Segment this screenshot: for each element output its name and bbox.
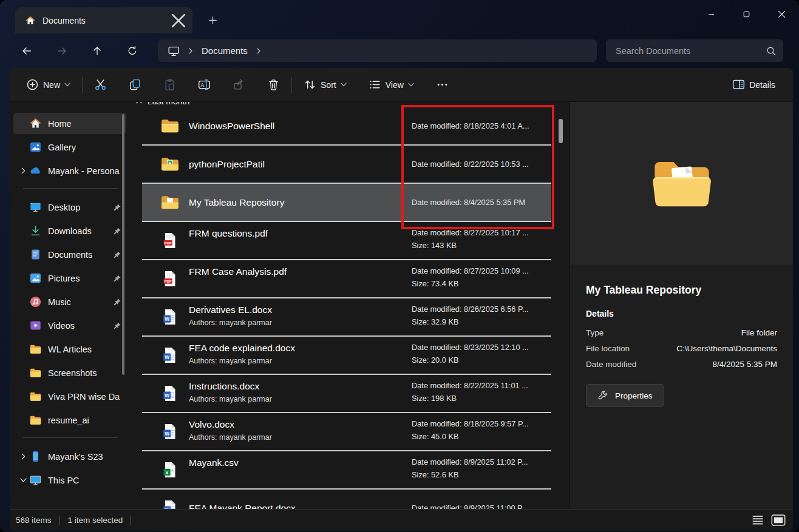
file-row-derivatives-el-docx[interactable]: WDerivatives EL.docxAuthors: mayank parm… (142, 298, 551, 337)
collapse-chevron-icon (136, 102, 142, 104)
search-box[interactable] (606, 39, 783, 62)
sidebar-item-documents[interactable]: Documents (13, 244, 126, 265)
file-row-frm-questions-pdf[interactable]: PDFFRM questions.pdfDate modified: 8/27/… (142, 222, 551, 260)
sidebar-item-mayank-s-s23[interactable]: Mayank's S23 (13, 446, 126, 467)
sidebar-item-videos[interactable]: Videos (13, 315, 126, 336)
chevron-down-icon[interactable] (17, 477, 29, 483)
sidebar-item-viva-prn-wise-da[interactable]: Viva PRN wise Da (13, 386, 126, 407)
home-icon (29, 117, 42, 130)
file-date-modified: Date modified: 8/27/2025 10:17 ... (412, 228, 551, 237)
group-header-last-month[interactable]: Last month (129, 102, 570, 107)
details-heading: Details (570, 299, 793, 325)
delete-button[interactable] (262, 74, 285, 95)
file-authors: Authors: mayank parmar (189, 318, 412, 327)
file-row-my-tableau-repository[interactable]: My Tableau RepositoryDate modified: 8/4/… (142, 184, 551, 222)
new-button[interactable]: New (21, 74, 76, 95)
copy-icon (129, 78, 141, 91)
pin-icon (113, 274, 121, 283)
word-icon: W (161, 423, 179, 440)
file-size: Size: 45.0 KB (412, 432, 551, 441)
sidebar-divider (23, 437, 118, 438)
sidebar-item-wl-articles[interactable]: WL Articles (13, 338, 126, 360)
sidebar-item-label: Screenshots (48, 368, 121, 378)
up-icon (92, 45, 103, 56)
svg-text:W: W (165, 354, 169, 360)
file-row-volvo-docx[interactable]: WVolvo.docxAuthors: mayank parmarDate mo… (142, 413, 551, 451)
file-name: Derivatives EL.docx (189, 305, 412, 315)
file-row-pythonprojectpatil[interactable]: pythonProjectPatilDate modified: 8/22/20… (142, 146, 551, 184)
sidebar-item-screenshots[interactable]: Screenshots (13, 362, 126, 383)
file-row-instructions-docx[interactable]: WInstructions.docxAuthors: mayank parmar… (142, 375, 551, 413)
breadcrumb-documents[interactable]: Documents (202, 45, 248, 56)
details-view-toggle-icon[interactable] (750, 514, 765, 526)
search-input[interactable] (614, 45, 766, 56)
sidebar-item-downloads[interactable]: Downloads (13, 220, 126, 241)
sidebar-item-mayank-persona[interactable]: Mayank - Persona (13, 160, 126, 181)
tab-close-icon[interactable] (171, 13, 186, 29)
more-options-button[interactable] (430, 74, 454, 95)
sidebar-item-resume-ai[interactable]: resume_ai (13, 409, 126, 431)
file-row-frm-case-analysis-pdf[interactable]: PDFFRM Case Analysis.pdfDate modified: 8… (142, 260, 551, 298)
share-button[interactable] (227, 74, 251, 95)
file-date-modified: Date modified: 8/4/2025 5:35 PM (412, 198, 551, 207)
more-icon (436, 78, 449, 91)
sidebar-item-this-pc[interactable]: This PC (13, 470, 126, 491)
cut-button[interactable] (89, 74, 112, 95)
large-icons-view-toggle-icon[interactable] (771, 514, 786, 526)
sidebar-item-home[interactable]: Home (13, 113, 126, 134)
file-row-fea-code-explained-docx[interactable]: WFEA code explained.docxAuthors: mayank … (142, 337, 551, 375)
view-label: View (386, 80, 404, 90)
file-row-mayank-csv[interactable]: a,XMayank.csvDate modified: 8/9/2025 11:… (142, 451, 551, 490)
sort-button[interactable]: Sort (298, 74, 352, 95)
pin-icon (113, 298, 121, 306)
file-size: Size: 198 KB (412, 394, 551, 403)
selected-count: 1 item selected (68, 516, 123, 525)
sidebar-item-label: Home (48, 119, 121, 129)
details-row-label: Type (586, 328, 604, 337)
downloads-icon (29, 224, 42, 237)
chevron-right-icon[interactable] (17, 167, 29, 174)
file-authors: Authors: mayank parmar (189, 357, 412, 365)
sidebar-item-gallery[interactable]: Gallery (13, 136, 126, 158)
file-name: pythonProjectPatil (189, 159, 412, 170)
details-pane: My Tableau Repository Details TypeFile f… (570, 102, 793, 509)
address-bar[interactable]: Documents (158, 39, 597, 62)
file-size: Size: 52.6 KB (412, 470, 551, 479)
explorer-tab[interactable]: Documents (15, 7, 192, 33)
paste-button[interactable] (158, 74, 182, 95)
maximize-button[interactable] (729, 0, 764, 28)
pictures-icon (29, 272, 42, 285)
file-date-modified: Date modified: 8/22/2025 11:01 ... (412, 381, 551, 390)
close-button[interactable] (764, 0, 799, 28)
sidebar-item-desktop[interactable]: Desktop (13, 197, 126, 218)
file-date-modified: Date modified: 8/26/2025 6:56 P... (412, 305, 551, 314)
music-icon (29, 295, 42, 308)
status-divider (131, 516, 131, 525)
new-tab-button[interactable] (202, 11, 223, 29)
rename-button[interactable]: A (192, 74, 216, 95)
pdf-icon: PDF (161, 271, 179, 287)
file-row-windowspowershell[interactable]: WindowsPowerShellDate modified: 8/18/202… (142, 107, 551, 146)
file-name: My Tableau Repository (189, 197, 412, 208)
tab-title: Documents (42, 16, 86, 25)
sidebar-item-pictures[interactable]: Pictures (13, 268, 126, 289)
details-pane-toggle[interactable]: Details (727, 74, 781, 95)
refresh-icon (127, 45, 138, 56)
file-size: Size: 73.4 KB (412, 279, 551, 288)
file-list-scrollbar[interactable] (559, 119, 563, 143)
up-button[interactable] (85, 40, 109, 62)
sidebar-item-music[interactable]: Music (13, 291, 126, 312)
chevron-right-icon[interactable] (17, 453, 29, 460)
excel-icon: a,X (161, 462, 179, 478)
file-row-fea-mayank-report-docx[interactable]: WFEA Mayank Report.docxDate modified: 8/… (142, 490, 551, 509)
wrench-icon (597, 390, 608, 401)
refresh-button[interactable] (120, 40, 144, 62)
new-label: New (43, 80, 60, 90)
properties-button[interactable]: Properties (586, 384, 664, 407)
sidebar-scrollbar[interactable] (122, 114, 124, 375)
minimize-button[interactable] (693, 0, 729, 28)
forward-button[interactable] (50, 40, 74, 62)
back-button[interactable] (15, 40, 39, 62)
copy-button[interactable] (123, 74, 147, 95)
view-button[interactable]: View (363, 74, 420, 95)
